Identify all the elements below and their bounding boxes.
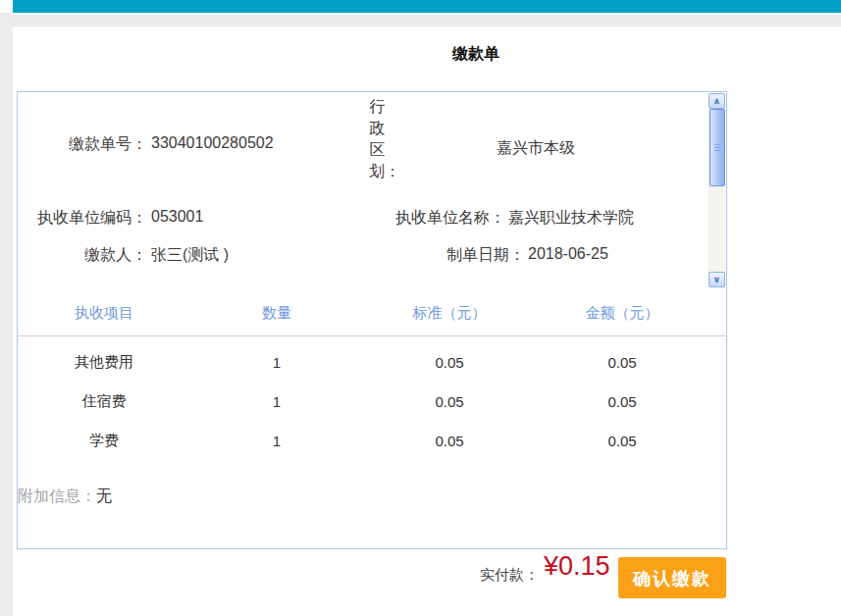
payer-label: 缴款人： [18, 245, 147, 266]
item-quantity: 1 [190, 393, 363, 410]
scroll-thumb[interactable] [710, 109, 725, 186]
scroll-up-button[interactable]: ∧ [709, 93, 725, 109]
extra-info-value: 无 [96, 488, 112, 504]
scrollbar[interactable]: ∧ ∨ [709, 93, 725, 287]
scroll-down-button[interactable]: ∨ [709, 272, 725, 287]
header-amount: 金额（元） [536, 304, 709, 323]
paid-amount: ¥0.15 [544, 551, 610, 582]
page-title: 缴款单 [378, 44, 574, 65]
item-row: 其他费用 1 0.05 0.05 [18, 342, 709, 382]
item-quantity: 1 [190, 433, 363, 449]
date-value: 2018-06-25 [528, 245, 608, 263]
header-item: 执收项目 [18, 304, 190, 323]
item-name: 住宿费 [18, 392, 190, 411]
unit-code-value: 053001 [151, 208, 203, 226]
scroll-track[interactable] [709, 109, 725, 272]
header-standard: 标准（元） [363, 304, 536, 323]
unit-code-label: 执收单位编码： [18, 208, 147, 229]
payer-value: 张三(测试 ) [151, 245, 229, 266]
item-standard: 0.05 [363, 354, 536, 371]
bill-panel: 缴款单号： 33040100280502 行政区划： 嘉兴市本级 执收单位编码：… [17, 91, 727, 549]
scroll-down-icon: ∨ [713, 275, 720, 284]
item-name: 其他费用 [18, 353, 190, 372]
date-label: 制单日期： [394, 245, 525, 266]
page: 缴款单 缴款单号： 33040100280502 行政区划： 嘉兴市本级 执收单… [0, 0, 841, 616]
extra-info-label: 附加信息： [18, 488, 96, 504]
confirm-payment-button[interactable]: 确认缴款 [618, 557, 726, 598]
header-quantity: 数量 [190, 304, 363, 323]
items-table-body: 其他费用 1 0.05 0.05 住宿费 1 0.05 0.05 学费 1 0.… [18, 342, 709, 460]
item-amount: 0.05 [536, 393, 709, 410]
item-standard: 0.05 [363, 393, 536, 410]
item-row: 学费 1 0.05 0.05 [18, 421, 709, 460]
region-value: 嘉兴市本级 [379, 138, 693, 159]
unit-name-label: 执收单位名称： [375, 208, 505, 229]
item-quantity: 1 [190, 354, 363, 371]
extra-info: 附加信息：无 [18, 487, 112, 507]
payment-no-label: 缴款单号： [18, 134, 147, 155]
table-divider [18, 335, 726, 336]
item-amount: 0.05 [536, 354, 709, 371]
items-header-row: 执收项目 数量 标准（元） 金额（元） [18, 290, 709, 335]
item-amount: 0.05 [536, 433, 709, 449]
top-banner [13, 0, 841, 13]
scroll-thumb-grip [714, 144, 720, 152]
unit-name-value: 嘉兴职业技术学院 [508, 208, 634, 229]
left-gutter [0, 13, 13, 616]
payment-no-value: 33040100280502 [151, 134, 274, 152]
sub-banner [13, 15, 841, 26]
paid-label: 实付款： [480, 566, 539, 585]
item-standard: 0.05 [363, 433, 536, 449]
scroll-up-icon: ∧ [713, 96, 720, 106]
item-name: 学费 [18, 432, 190, 450]
item-row: 住宿费 1 0.05 0.05 [18, 382, 709, 421]
